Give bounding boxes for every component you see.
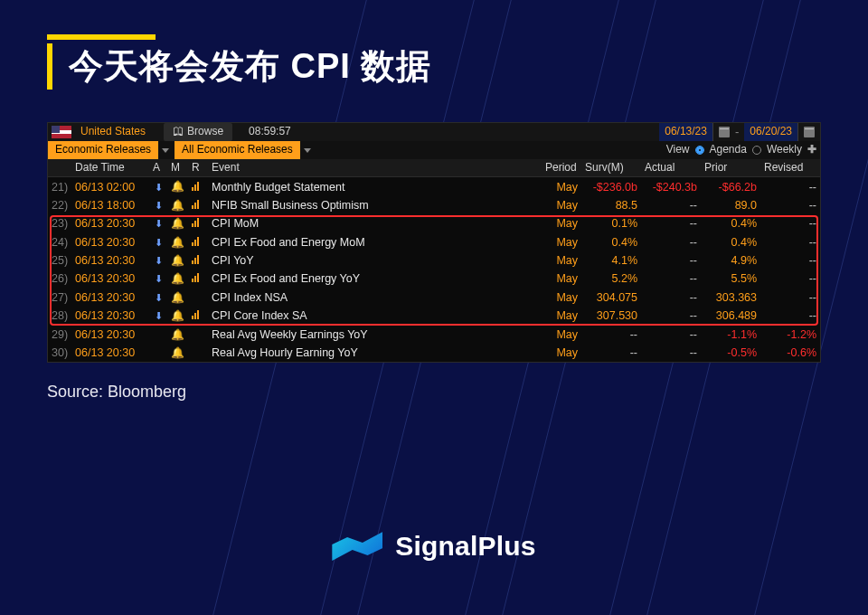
row-surv: 88.5: [581, 196, 641, 214]
date-to[interactable]: 06/20/23: [744, 123, 798, 140]
table-row[interactable]: 24)06/13 20:30⬇🔔CPI Ex Food and Energy M…: [48, 233, 820, 251]
row-event: CPI Ex Food and Energy MoM: [208, 233, 542, 251]
alert-set-icon: ⬇: [155, 237, 163, 248]
row-revised: --: [760, 289, 820, 307]
alert-toggle[interactable]: ⬇: [149, 196, 167, 214]
alert-toggle[interactable]: ⬇: [149, 214, 167, 232]
table-row[interactable]: 29)06/13 20:30🔔Real Avg Weekly Earnings …: [48, 326, 820, 344]
row-index: 30): [48, 344, 71, 362]
row-revised: -0.6%: [760, 344, 820, 362]
reminder-toggle[interactable]: 🔔: [167, 177, 188, 196]
bell-icon: 🔔: [171, 254, 184, 267]
calendar-icon[interactable]: [719, 127, 730, 137]
bell-icon: 🔔: [171, 217, 184, 230]
agenda-radio[interactable]: [695, 146, 704, 155]
row-index: 27): [48, 289, 71, 307]
alert-toggle[interactable]: ⬇: [149, 289, 167, 307]
country-label[interactable]: United States: [75, 124, 151, 139]
relevance-cell: [188, 177, 208, 196]
view-toggle: View Agenda Weekly ✚: [666, 142, 820, 157]
chevron-down-icon[interactable]: [162, 148, 169, 153]
col-r[interactable]: R: [188, 159, 208, 177]
row-period: May: [542, 233, 581, 251]
row-index: 29): [48, 326, 71, 344]
relevance-cell: [188, 251, 208, 270]
table-row[interactable]: 22)06/13 18:00⬇🔔NFIB Small Business Opti…: [48, 196, 820, 214]
col-event[interactable]: Event: [208, 159, 542, 177]
alert-toggle[interactable]: ⬇: [149, 233, 167, 251]
row-revised: -1.2%: [760, 326, 820, 344]
bell-icon: 🔔: [171, 180, 184, 193]
brand-name: SignalPlus: [395, 531, 535, 562]
relevance-bars-icon: [192, 218, 199, 227]
row-prior: 0.4%: [701, 214, 760, 232]
relevance-cell: [188, 214, 208, 232]
plus-icon[interactable]: ✚: [807, 142, 816, 157]
page-title-block: 今天将会发布 CPI 数据: [47, 43, 868, 90]
alert-toggle[interactable]: [149, 344, 167, 362]
row-event: CPI YoY: [208, 251, 542, 270]
row-datetime: 06/13 02:00: [71, 177, 149, 196]
alert-toggle[interactable]: ⬇: [149, 307, 167, 325]
reminder-toggle[interactable]: 🔔: [167, 251, 188, 270]
table-row[interactable]: 25)06/13 20:30⬇🔔CPI YoYMay4.1%--4.9%--: [48, 251, 820, 270]
col-datetime[interactable]: Date Time: [71, 159, 149, 177]
bell-icon: 🔔: [171, 309, 184, 322]
table-row[interactable]: 30)06/13 20:30🔔Real Avg Hourly Earning Y…: [48, 344, 820, 362]
scope-filter[interactable]: Economic Releases: [48, 141, 158, 158]
col-revised[interactable]: Revised: [760, 159, 820, 177]
subset-filter[interactable]: All Economic Releases: [175, 141, 300, 158]
reminder-toggle[interactable]: 🔔: [167, 196, 188, 214]
reminder-toggle[interactable]: 🔔: [167, 270, 188, 288]
table-row[interactable]: 26)06/13 20:30⬇🔔CPI Ex Food and Energy Y…: [48, 270, 820, 288]
weekly-radio[interactable]: [752, 146, 761, 155]
reminder-toggle[interactable]: 🔔: [167, 214, 188, 232]
alert-toggle[interactable]: ⬇: [149, 270, 167, 288]
col-period[interactable]: Period: [542, 159, 581, 177]
reminder-toggle[interactable]: 🔔: [167, 289, 188, 307]
terminal-topbar: United States 🕮 Browse 08:59:57 06/13/23…: [48, 123, 820, 141]
col-a[interactable]: A: [149, 159, 167, 177]
alert-set-icon: ⬇: [155, 273, 163, 284]
table-row[interactable]: 21)06/13 02:00⬇🔔Monthly Budget Statement…: [48, 177, 820, 196]
relevance-bars-icon: [192, 237, 199, 246]
row-actual: --: [641, 307, 701, 325]
table-row[interactable]: 28)06/13 20:30⬇🔔CPI Core Index SAMay307.…: [48, 307, 820, 325]
reminder-toggle[interactable]: 🔔: [167, 344, 188, 362]
col-prior[interactable]: Prior: [701, 159, 760, 177]
relevance-cell: [188, 307, 208, 325]
alert-set-icon: ⬇: [155, 218, 163, 229]
col-actual[interactable]: Actual: [641, 159, 701, 177]
row-period: May: [542, 177, 581, 196]
reminder-toggle[interactable]: 🔔: [167, 326, 188, 344]
row-datetime: 06/13 20:30: [71, 326, 149, 344]
row-revised: --: [760, 233, 820, 251]
agenda-label[interactable]: Agenda: [710, 142, 747, 157]
chevron-down-icon[interactable]: [304, 148, 311, 153]
table-row[interactable]: 27)06/13 20:30⬇🔔CPI Index NSAMay304.075-…: [48, 289, 820, 307]
reminder-toggle[interactable]: 🔔: [167, 233, 188, 251]
relevance-cell: [188, 270, 208, 288]
row-surv: 304.075: [581, 289, 641, 307]
alert-set-icon: ⬇: [155, 292, 163, 303]
col-m[interactable]: M: [167, 159, 188, 177]
alert-toggle[interactable]: ⬇: [149, 251, 167, 270]
date-from[interactable]: 06/13/23: [659, 123, 713, 140]
row-revised: --: [760, 307, 820, 325]
row-actual: --: [641, 326, 701, 344]
row-period: May: [542, 307, 581, 325]
alert-toggle[interactable]: [149, 326, 167, 344]
relevance-bars-icon: [192, 255, 199, 264]
browse-button[interactable]: 🕮 Browse: [164, 123, 232, 140]
alert-toggle[interactable]: ⬇: [149, 177, 167, 196]
weekly-label[interactable]: Weekly: [767, 142, 802, 157]
row-surv: --: [581, 326, 641, 344]
reminder-toggle[interactable]: 🔔: [167, 307, 188, 325]
alert-set-icon: ⬇: [155, 182, 163, 193]
col-surv[interactable]: Surv(M): [581, 159, 641, 177]
row-surv: 307.530: [581, 307, 641, 325]
table-row[interactable]: 23)06/13 20:30⬇🔔CPI MoMMay0.1%--0.4%--: [48, 214, 820, 232]
row-datetime: 06/13 20:30: [71, 307, 149, 325]
calendar-icon[interactable]: [804, 127, 815, 137]
row-prior: 5.5%: [701, 270, 760, 288]
